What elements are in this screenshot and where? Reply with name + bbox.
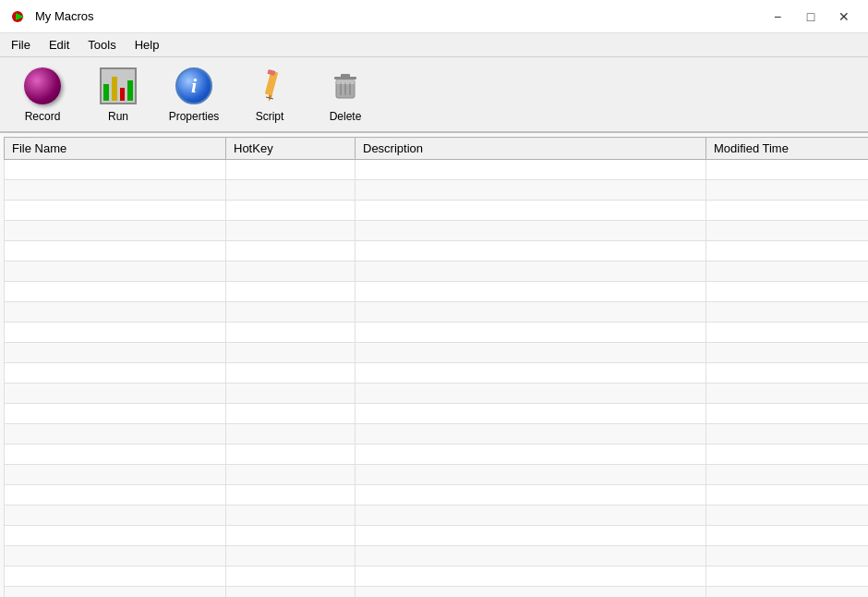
cell-modified <box>706 241 869 262</box>
table-row[interactable] <box>5 282 869 302</box>
col-header-description: Description <box>356 138 706 160</box>
table-header-row: File Name HotKey Description Modified Ti… <box>5 138 869 160</box>
cell-hotkey <box>226 282 356 302</box>
table-row[interactable] <box>5 546 869 567</box>
cell-hotkey <box>226 160 356 180</box>
menu-tools[interactable]: Tools <box>80 36 123 54</box>
cell-filename <box>5 160 226 180</box>
run-button[interactable]: Run <box>81 61 155 128</box>
menu-file[interactable]: File <box>4 36 38 54</box>
cell-hotkey <box>226 343 356 363</box>
cell-filename <box>5 567 226 587</box>
cell-hotkey <box>226 221 356 241</box>
run-bar-3 <box>120 88 126 101</box>
table-row[interactable] <box>5 526 869 546</box>
title-bar-left: My Macros <box>11 8 94 25</box>
cell-filename <box>5 546 226 567</box>
maximize-button[interactable]: □ <box>798 6 824 28</box>
cell-filename <box>5 241 226 262</box>
cell-filename <box>5 404 226 424</box>
table-row[interactable] <box>5 241 869 262</box>
cell-description <box>356 465 706 485</box>
table-row[interactable] <box>5 323 869 343</box>
delete-button[interactable]: Delete <box>308 61 382 128</box>
table-row[interactable] <box>5 465 869 485</box>
table-row[interactable] <box>5 302 869 323</box>
run-icon-container <box>98 66 139 106</box>
cell-hotkey <box>226 445 356 465</box>
cell-filename <box>5 343 226 363</box>
menu-help[interactable]: Help <box>127 36 167 54</box>
col-header-hotkey: HotKey <box>226 138 356 160</box>
title-bar-controls: − □ ✕ <box>765 6 857 28</box>
script-icon-container <box>249 66 290 106</box>
cell-modified <box>706 424 869 445</box>
cell-modified <box>706 180 869 201</box>
cell-filename <box>5 221 226 241</box>
delete-icon <box>327 67 364 104</box>
properties-button[interactable]: i Properties <box>157 61 231 128</box>
cell-modified <box>706 506 869 526</box>
cell-hotkey <box>226 587 356 598</box>
cell-modified <box>706 323 869 343</box>
cell-modified <box>706 201 869 221</box>
table-row[interactable] <box>5 343 869 363</box>
table-row[interactable] <box>5 587 869 598</box>
table-row[interactable] <box>5 384 869 404</box>
table-row[interactable] <box>5 404 869 424</box>
script-icon <box>251 67 288 104</box>
cell-filename <box>5 587 226 598</box>
script-button[interactable]: Script <box>233 61 307 128</box>
table-row[interactable] <box>5 485 869 506</box>
delete-label: Delete <box>330 110 362 123</box>
delete-icon-container <box>325 66 366 106</box>
record-label: Record <box>25 110 61 123</box>
col-header-modified: Modified Time <box>706 138 869 160</box>
table-row[interactable] <box>5 424 869 445</box>
cell-description <box>356 424 706 445</box>
cell-description <box>356 343 706 363</box>
cell-filename <box>5 465 226 485</box>
table-row[interactable] <box>5 201 869 221</box>
cell-filename <box>5 282 226 302</box>
cell-filename <box>5 363 226 384</box>
record-button[interactable]: Record <box>6 61 79 128</box>
cell-filename <box>5 424 226 445</box>
cell-filename <box>5 445 226 465</box>
cell-description <box>356 445 706 465</box>
minimize-button[interactable]: − <box>765 6 790 28</box>
cell-modified <box>706 221 869 241</box>
main-content: File Name HotKey Description Modified Ti… <box>0 133 868 597</box>
table-row[interactable] <box>5 221 869 241</box>
cell-modified <box>706 526 869 546</box>
cell-modified <box>706 343 869 363</box>
table-row[interactable] <box>5 160 869 180</box>
cell-modified <box>706 587 869 598</box>
cell-filename <box>5 201 226 221</box>
table-row[interactable] <box>5 363 869 384</box>
table-row[interactable] <box>5 180 869 201</box>
table-row[interactable] <box>5 445 869 465</box>
cell-description <box>356 241 706 262</box>
cell-hotkey <box>226 465 356 485</box>
cell-description <box>356 384 706 404</box>
cell-description <box>356 567 706 587</box>
menu-bar: File Edit Tools Help <box>0 33 868 57</box>
table-row[interactable] <box>5 262 869 282</box>
cell-modified <box>706 363 869 384</box>
cell-hotkey <box>226 323 356 343</box>
macros-table: File Name HotKey Description Modified Ti… <box>4 137 868 597</box>
table-row[interactable] <box>5 567 869 587</box>
toolbar: Record Run i Properties <box>0 57 868 133</box>
table-row[interactable] <box>5 506 869 526</box>
menu-edit[interactable]: Edit <box>42 36 77 54</box>
cell-hotkey <box>226 302 356 323</box>
cell-modified <box>706 302 869 323</box>
cell-description <box>356 526 706 546</box>
cell-modified <box>706 262 869 282</box>
cell-hotkey <box>226 404 356 424</box>
run-icon <box>100 67 137 104</box>
cell-hotkey <box>226 424 356 445</box>
cell-modified <box>706 160 869 180</box>
close-button[interactable]: ✕ <box>831 6 857 28</box>
